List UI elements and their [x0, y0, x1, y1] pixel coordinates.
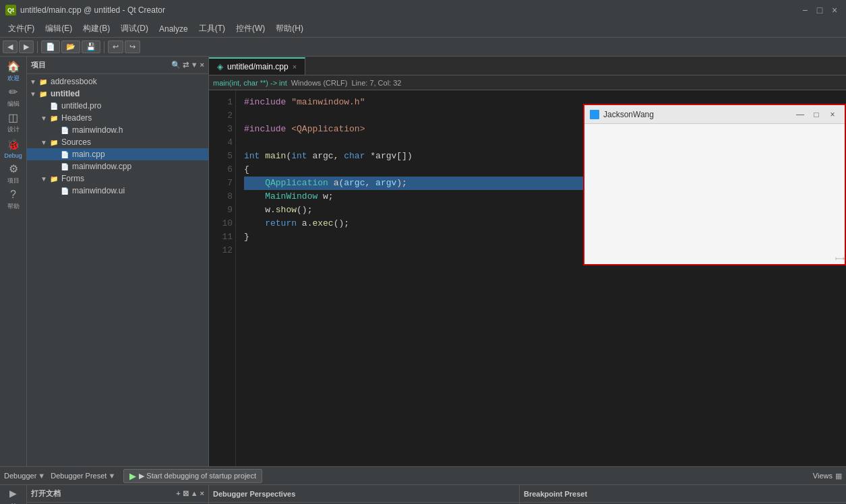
- line-num: 8: [212, 190, 233, 203]
- sidebar-item-design[interactable]: ◫ 设计: [1, 111, 26, 135]
- menu-tools[interactable]: 工具(T): [193, 21, 231, 36]
- title-bar-title: untitled/main.cpp @ untitled - Qt Creato…: [20, 5, 165, 15]
- breakpoints-title: Breakpoint Preset: [524, 490, 587, 498]
- toolbar-btn-redo[interactable]: ↪: [125, 40, 140, 53]
- tree-item-sources[interactable]: ▼ 📁 Sources: [27, 136, 208, 148]
- line-num: 6: [212, 163, 233, 177]
- start-label: ▶ Start debugging of startup project: [139, 472, 256, 480]
- bottom-sidebar-icon-1[interactable]: ▶: [9, 488, 17, 499]
- help-icon: ?: [10, 189, 16, 201]
- menu-edit[interactable]: 编辑(E): [40, 21, 78, 36]
- preset-label: Debugger Preset: [51, 472, 107, 480]
- arrow-icon: ▼: [30, 78, 38, 86]
- line-num: 9: [212, 203, 233, 217]
- preview-window: JacksonWang — □ × ⟼: [583, 104, 846, 265]
- title-bar-controls[interactable]: − □ ×: [799, 4, 841, 16]
- menu-help[interactable]: 帮助(H): [270, 21, 309, 36]
- editor-tab-main-cpp[interactable]: ◈ untitled/main.cpp ×: [209, 57, 305, 75]
- sidebar-item-edit[interactable]: ✏ 编辑: [1, 85, 26, 109]
- project-close-icon[interactable]: ×: [200, 61, 204, 69]
- sidebar-item-help[interactable]: ? 帮助: [1, 187, 26, 212]
- tree-item-mainwindow-ui[interactable]: 📄 mainwindow.ui: [27, 185, 208, 197]
- open-docs-close-icon[interactable]: ×: [200, 489, 204, 498]
- preview-titlebar: JacksonWang — □ ×: [584, 105, 845, 124]
- close-button[interactable]: ×: [828, 4, 841, 16]
- open-docs-action-3[interactable]: ▲: [191, 489, 198, 498]
- project-filter-icon[interactable]: ▼: [191, 61, 198, 69]
- menu-controls[interactable]: 控件(W): [231, 21, 270, 36]
- project-sync-icon[interactable]: ⇄: [183, 61, 189, 69]
- arrow-icon: ▼: [30, 90, 38, 98]
- line-numbers: 1 2 3 4 5 6 7 8 9 10 11 12: [209, 90, 236, 466]
- project-search-icon[interactable]: 🔍: [171, 61, 181, 69]
- sidebar-label-edit: 编辑: [7, 100, 20, 108]
- tree-item-main-cpp[interactable]: 📄 main.cpp: [27, 148, 208, 160]
- arrow-icon: ▼: [40, 139, 49, 146]
- preview-close-button[interactable]: ×: [826, 108, 839, 121]
- start-debug-button[interactable]: ▶ ▶ Start debugging of startup project: [123, 469, 262, 483]
- toolbar-btn-1[interactable]: ◀: [3, 40, 18, 53]
- debugger-dropdown[interactable]: Debugger ▼: [4, 472, 45, 480]
- toolbar-btn-2[interactable]: ▶: [19, 40, 34, 53]
- minimize-button[interactable]: −: [799, 4, 811, 16]
- open-docs-action-2[interactable]: ⊠: [183, 489, 189, 498]
- menu-build[interactable]: 构建(B): [78, 21, 115, 36]
- project-header: 项目 🔍 ⇄ ▼ ×: [27, 57, 208, 74]
- tree-item-untitled[interactable]: ▼ 📁 untitled: [27, 88, 208, 100]
- tree-item-forms[interactable]: ▼ 📁 Forms: [27, 172, 208, 185]
- tree-item-headers[interactable]: ▼ 📁 Headers: [27, 112, 208, 124]
- toolbar-btn-new[interactable]: 📄: [41, 40, 60, 53]
- breakpoints-header: Breakpoint Preset: [520, 485, 846, 503]
- line-num: 10: [212, 217, 233, 230]
- menu-analyze[interactable]: Analyze: [154, 22, 193, 36]
- debugger-dropdown-arrow[interactable]: ▼: [38, 472, 45, 480]
- sidebar-item-project[interactable]: ⚙ 项目: [1, 162, 26, 186]
- tree-label: mainwindow.ui: [72, 186, 125, 195]
- file-icon-pro: 📄: [49, 102, 59, 110]
- debugger-perspectives-panel: Debugger Perspectives Perspective Debugg…: [209, 485, 519, 504]
- design-icon: ◫: [8, 111, 18, 124]
- toolbar-btn-undo[interactable]: ↩: [108, 40, 123, 53]
- debugger-perspectives-header: Debugger Perspectives: [209, 485, 519, 503]
- preset-dropdown[interactable]: Debugger Preset ▼: [51, 472, 115, 480]
- tree-item-untitled-pro[interactable]: 📄 untitled.pro: [27, 100, 208, 112]
- file-icon-h: 📄: [59, 126, 70, 134]
- right-bottom-area: Debugger Perspectives Perspective Debugg…: [209, 485, 846, 504]
- toolbar-btn-open[interactable]: 📂: [61, 40, 80, 53]
- tree-label: untitled.pro: [61, 101, 101, 111]
- tab-label: untitled/main.cpp: [227, 62, 289, 71]
- folder-icon: 📁: [49, 114, 59, 122]
- tree-label: untitled: [51, 89, 80, 98]
- line-num: 7: [212, 177, 233, 190]
- preview-title-text: JacksonWang: [603, 110, 654, 119]
- tree-label: Forms: [61, 174, 84, 183]
- body-layout: 🏠 欢迎 ✏ 编辑 ◫ 设计 🐞 Debug ⚙ 项目 ? 帮助 项目 🔍: [0, 57, 846, 466]
- preview-resize-handle[interactable]: ⟼: [835, 255, 843, 263]
- menu-debug[interactable]: 调试(D): [115, 21, 154, 36]
- preview-maximize-button[interactable]: □: [810, 108, 823, 121]
- tree-item-addressbook[interactable]: ▼ 📁 addressbook: [27, 75, 208, 88]
- encoding-indicator: Windows (CRLF): [291, 79, 348, 87]
- folder-icon: 📁: [49, 138, 59, 146]
- sidebar-label-debug: Debug: [4, 152, 22, 159]
- folder-icon: 📁: [38, 90, 49, 98]
- left-bottom-sidebar: ▶ ⏸: [0, 485, 27, 504]
- bottom-layout: ▶ ⏸ 打开文档 + ⊠ ▲ × addressbook/main.cpp un…: [0, 485, 846, 504]
- preview-minimize-button[interactable]: —: [793, 108, 807, 121]
- sidebar-item-debug[interactable]: 🐞 Debug: [1, 136, 26, 160]
- preview-title: JacksonWang: [590, 110, 654, 119]
- project-tree: ▼ 📁 addressbook ▼ 📁 untitled 📄 untitled.…: [27, 74, 208, 466]
- views-icon[interactable]: ▦: [835, 472, 842, 480]
- tab-close-button[interactable]: ×: [293, 63, 297, 71]
- menu-file[interactable]: 文件(F): [3, 21, 40, 36]
- debugger-label: Debugger: [4, 472, 36, 480]
- tree-item-mainwindow-cpp[interactable]: 📄 mainwindow.cpp: [27, 160, 208, 172]
- preset-dropdown-arrow[interactable]: ▼: [108, 472, 115, 480]
- sidebar-item-welcome[interactable]: 🏠 欢迎: [1, 59, 26, 84]
- toolbar-btn-save[interactable]: 💾: [82, 40, 100, 53]
- bottom-sidebar-icon-2[interactable]: ⏸: [9, 501, 18, 504]
- maximize-button[interactable]: □: [814, 4, 826, 16]
- tree-item-mainwindow-h[interactable]: 📄 mainwindow.h: [27, 124, 208, 136]
- preview-controls[interactable]: — □ ×: [793, 108, 839, 121]
- open-docs-action-1[interactable]: +: [176, 489, 180, 498]
